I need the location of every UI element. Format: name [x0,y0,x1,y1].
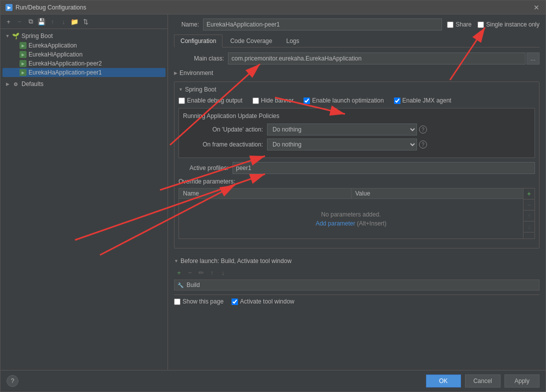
name-input[interactable] [203,18,442,30]
main-class-row: Main class: … [174,52,540,64]
defaults-icon: ⚙ [12,80,20,88]
tree-toolbar: + − ⧉ 💾 ↑ ↓ 📁 ⇅ [0,14,168,29]
edit-launch-step-button[interactable]: ✏ [196,268,206,278]
tab-configuration[interactable]: Configuration [174,34,222,48]
help-button[interactable]: ? [6,375,18,387]
close-button[interactable]: ✕ [532,4,540,12]
title-bar: ▶ Run/Debug Configurations ✕ [0,0,546,14]
cancel-button[interactable]: Cancel [465,374,500,388]
spring-boot-header[interactable]: ▼ Spring Boot [178,86,535,93]
list-item[interactable]: ▶ EurekaHiApplication [2,50,166,59]
dialog-buttons: ? OK Cancel Apply [0,370,546,392]
build-launch-item[interactable]: 🔧 Build [174,280,540,290]
group-arrow: ▼ [4,33,10,39]
launch-toolbar: + − ✏ ↑ ↓ [174,268,540,278]
frame-deactivation-select-wrapper: Do nothing Update resources Update class… [267,138,427,150]
spring-boot-checkboxes: Enable debug output Hide banner Enable l… [178,97,535,104]
list-item[interactable]: ▶ EurekaApplication [2,41,166,50]
jmx-agent-label: Enable JMX agent [402,97,452,104]
copy-config-button[interactable]: ⧉ [26,16,36,26]
frame-deactivation-label: On frame deactivation: [183,141,263,148]
activate-tool-window-checkbox[interactable] [232,298,238,305]
move-down-button[interactable]: ↓ [58,16,68,26]
debug-output-checkbox[interactable] [178,98,185,104]
add-config-button[interactable]: + [4,16,14,26]
save-config-button[interactable]: 💾 [36,16,46,26]
group-label: Spring Boot [22,32,53,40]
move-launch-up-button[interactable]: ↑ [207,268,217,278]
show-page-checkbox[interactable] [174,298,180,305]
name-row: Name: Share Single instance only [174,18,540,30]
defaults-group[interactable]: ▶ ⚙ Defaults [2,79,166,89]
table-side-buttons: + − ↑ ↓ [524,188,535,239]
right-panel: Name: Share Single instance only Configu… [168,14,546,370]
active-profiles-label: Active profiles: [178,164,228,172]
move-up-button[interactable]: ↑ [48,16,58,26]
single-instance-label: Single instance only [486,21,540,28]
folder-button[interactable]: 📁 [70,16,80,26]
active-profiles-input[interactable] [232,162,535,174]
params-name-header: Name [178,188,352,199]
override-params-section: Override parameters: Name Value No param… [178,178,535,239]
override-params-label: Override parameters: [178,178,535,185]
hide-banner-checkbox[interactable] [252,98,259,104]
selected-config-item[interactable]: ▶ EurekaHaApplication-peer1 [2,68,166,77]
spring-boot-icon: 🌱 [12,32,20,40]
share-checkbox[interactable] [447,22,454,28]
move-launch-down-button[interactable]: ↓ [218,268,228,278]
active-profiles-row: Active profiles: [178,162,535,174]
config-icon: ▶ [20,69,26,76]
add-param-button[interactable]: + [524,188,534,200]
spring-boot-section: ▼ Spring Boot Enable debug output Hide b… [174,82,540,248]
launch-opt-label: Enable launch optimization [312,97,384,104]
before-launch-label: Before launch: Build, Activate tool wind… [180,258,292,264]
help-section: ? [6,375,18,387]
move-param-up-button[interactable]: ↑ [524,210,534,222]
activate-tool-window-option: Activate tool window [232,298,294,305]
jmx-agent-option: Enable JMX agent [394,97,452,104]
show-page-option: Show this page [174,298,224,305]
hide-banner-label: Hide banner [261,97,294,104]
launch-opt-option: Enable launch optimization [304,97,384,104]
launch-opt-checkbox[interactable] [304,98,310,104]
list-item[interactable]: ▶ EurekaHaApplication-peer2 [2,59,166,68]
tab-logs[interactable]: Logs [280,34,306,47]
params-table-main: Name Value No parameters added. Add para… [178,188,524,239]
frame-deactivation-help-icon[interactable]: ? [419,140,427,148]
remove-config-button[interactable]: − [14,16,24,26]
left-panel: + − ⧉ 💾 ↑ ↓ 📁 ⇅ ▼ 🌱 Spring Boot ▶ [0,14,168,370]
main-class-input[interactable] [228,52,526,64]
item-arrow [12,60,18,66]
config-tree: ▼ 🌱 Spring Boot ▶ EurekaApplication ▶ Eu… [0,29,168,91]
activate-tool-window-label: Activate tool window [240,298,294,305]
spring-boot-group[interactable]: ▼ 🌱 Spring Boot [2,31,166,41]
share-label: Share [456,21,472,28]
tab-code-coverage[interactable]: Code Coverage [224,34,278,47]
before-launch-header[interactable]: ▼ Before launch: Build, Activate tool wi… [174,258,540,264]
policies-title: Running Application Update Policies [183,112,530,120]
update-action-help-icon[interactable]: ? [419,126,427,134]
debug-output-label: Enable debug output [187,97,242,104]
jmx-agent-checkbox[interactable] [394,98,400,104]
update-action-select[interactable]: Do nothing Update resources Update class… [267,124,417,136]
before-launch-section: ▼ Before launch: Build, Activate tool wi… [174,258,540,290]
add-param-hint: (Alt+Insert) [357,220,386,227]
ok-button[interactable]: OK [426,374,461,388]
update-action-row: On 'Update' action: Do nothing Update re… [183,124,530,136]
tree-item-label: EurekaApplication [28,42,77,49]
main-class-browse-button[interactable]: … [526,52,540,64]
sort-button[interactable]: ⇅ [80,16,90,26]
add-launch-step-button[interactable]: + [174,268,184,278]
environment-header[interactable]: ▶ Environment [174,68,540,78]
no-params-message: No parameters added. [321,211,380,218]
frame-deactivation-select[interactable]: Do nothing Update resources Update class… [267,138,417,150]
remove-launch-step-button[interactable]: − [185,268,195,278]
main-class-label: Main class: [174,55,224,62]
single-instance-option: Single instance only [478,21,540,28]
remove-param-button[interactable]: − [524,200,534,210]
apply-button[interactable]: Apply [504,374,540,388]
move-param-down-button[interactable]: ↓ [524,222,534,232]
tree-item-label: EurekaHiApplication [28,51,82,58]
add-param-link[interactable]: Add parameter [316,220,357,227]
single-instance-checkbox[interactable] [478,22,484,28]
